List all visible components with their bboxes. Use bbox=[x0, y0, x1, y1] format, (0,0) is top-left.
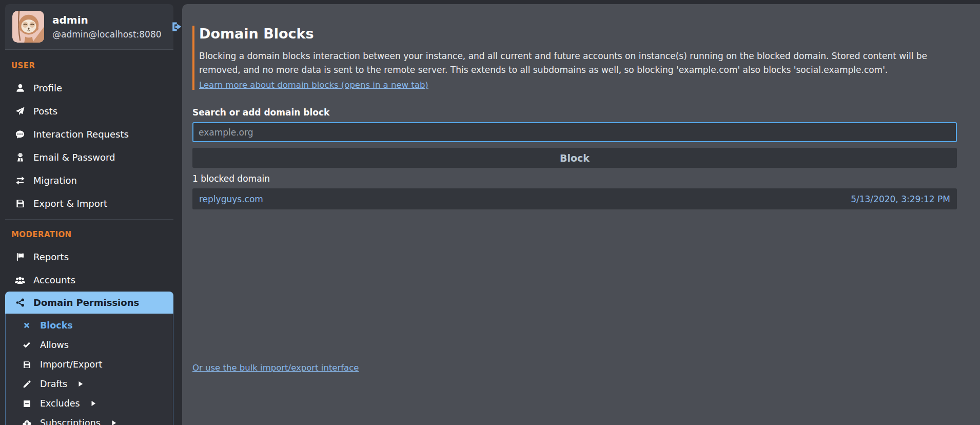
exchange-icon bbox=[14, 176, 26, 185]
sidebar-item-label: Accounts bbox=[33, 275, 75, 285]
blocked-domain-count: 1 blocked domain bbox=[192, 173, 957, 184]
sidebar-item-migration[interactable]: Migration bbox=[5, 169, 173, 192]
caret-right-icon bbox=[110, 419, 117, 425]
sidebar-item-profile[interactable]: Profile bbox=[5, 76, 173, 100]
sidebar-item-blocks[interactable]: Blocks bbox=[6, 316, 173, 335]
section-divider bbox=[5, 219, 173, 220]
paper-plane-icon bbox=[14, 106, 26, 117]
main-content: Domain Blocks Blocking a domain blocks i… bbox=[182, 4, 980, 425]
share-nodes-icon bbox=[14, 298, 26, 307]
blocked-domain-date: 5/13/2020, 3:29:12 PM bbox=[851, 194, 950, 204]
block-button[interactable]: Block bbox=[192, 148, 957, 168]
sidebar-item-label: Drafts bbox=[40, 379, 67, 389]
sidebar-item-interaction-requests[interactable]: Interaction Requests bbox=[5, 123, 173, 146]
sidebar-item-domain-permissions[interactable]: Domain Permissions bbox=[5, 292, 173, 314]
caret-right-icon bbox=[77, 380, 84, 388]
user-handle: @admin@localhost:8080 bbox=[52, 29, 162, 40]
username: admin bbox=[52, 14, 162, 26]
page-header: Domain Blocks Blocking a domain blocks i… bbox=[192, 26, 957, 90]
sidebar-item-accounts[interactable]: Accounts bbox=[5, 268, 173, 292]
avatar bbox=[12, 11, 44, 43]
sidebar-item-excludes[interactable]: Excludes bbox=[6, 394, 173, 413]
user-icon bbox=[14, 83, 26, 93]
sidebar-item-label: Profile bbox=[33, 83, 62, 93]
section-title-moderation: MODERATION bbox=[5, 224, 173, 245]
sidebar-item-email-password[interactable]: Email & Password bbox=[5, 146, 173, 169]
domain-block-form: Search or add domain block Block bbox=[192, 107, 957, 168]
user-card[interactable]: admin @admin@localhost:8080 bbox=[5, 4, 173, 50]
pencil-icon bbox=[21, 380, 32, 389]
sidebar-item-label: Allows bbox=[40, 340, 69, 350]
caret-right-icon bbox=[90, 400, 97, 407]
sidebar-item-label: Reports bbox=[33, 252, 69, 262]
check-icon bbox=[21, 340, 32, 350]
sidebar-nav: USER Profile Posts Interaction Requests bbox=[5, 50, 173, 425]
minus-square-icon bbox=[21, 399, 32, 408]
sidebar-item-label: Posts bbox=[33, 106, 57, 117]
comment-dots-icon bbox=[14, 129, 26, 140]
sidebar-item-label: Subscriptions bbox=[40, 418, 101, 425]
sloth-avatar bbox=[12, 11, 44, 43]
search-label: Search or add domain block bbox=[192, 107, 957, 118]
sidebar-item-label: Import/Export bbox=[40, 359, 102, 370]
sidebar-item-label: Excludes bbox=[40, 398, 80, 409]
sidebar-item-allows[interactable]: Allows bbox=[6, 335, 173, 355]
page-description: Blocking a domain blocks interaction bet… bbox=[199, 49, 957, 77]
user-secret-icon bbox=[14, 152, 26, 162]
user-meta: admin @admin@localhost:8080 bbox=[52, 14, 162, 40]
sidebar-item-reports[interactable]: Reports bbox=[5, 245, 173, 268]
blocked-domain-row[interactable]: replyguys.com 5/13/2020, 3:29:12 PM bbox=[192, 188, 957, 209]
bulk-link-container: Or use the bulk import/export interface bbox=[192, 363, 957, 373]
sidebar-item-import-export[interactable]: Import/Export bbox=[6, 355, 173, 374]
sidebar-item-label: Interaction Requests bbox=[33, 129, 129, 140]
learn-more-link[interactable]: Learn more about domain blocks (opens in… bbox=[199, 80, 428, 90]
cloud-download-icon bbox=[21, 419, 32, 425]
sidebar-item-subscriptions[interactable]: Subscriptions bbox=[6, 413, 173, 425]
section-title-user: USER bbox=[5, 55, 173, 76]
domain-search-input[interactable] bbox=[192, 122, 957, 142]
x-icon bbox=[21, 321, 32, 330]
sidebar-item-label: Blocks bbox=[40, 320, 73, 331]
sidebar-item-label: Email & Password bbox=[33, 152, 115, 163]
page-title: Domain Blocks bbox=[199, 26, 957, 42]
blocked-domain-link[interactable]: replyguys.com bbox=[199, 194, 263, 204]
floppy-disk-icon bbox=[21, 360, 32, 369]
floppy-disk-icon bbox=[14, 199, 26, 208]
users-icon bbox=[14, 276, 26, 285]
sidebar-item-drafts[interactable]: Drafts bbox=[6, 374, 173, 394]
sidebar-item-label: Domain Permissions bbox=[33, 297, 139, 308]
sidebar-item-label: Migration bbox=[33, 175, 77, 186]
sidebar-item-label: Export & Import bbox=[33, 198, 107, 209]
domain-permissions-submenu: Blocks Allows Import/Export bbox=[5, 314, 173, 425]
bulk-import-export-link[interactable]: Or use the bulk import/export interface bbox=[192, 363, 359, 373]
app-layout: admin @admin@localhost:8080 USER Profile bbox=[0, 0, 980, 425]
sidebar-item-posts[interactable]: Posts bbox=[5, 100, 173, 123]
sidebar: admin @admin@localhost:8080 USER Profile bbox=[5, 4, 173, 425]
sidebar-item-export-import[interactable]: Export & Import bbox=[5, 192, 173, 215]
flag-icon bbox=[14, 252, 26, 262]
